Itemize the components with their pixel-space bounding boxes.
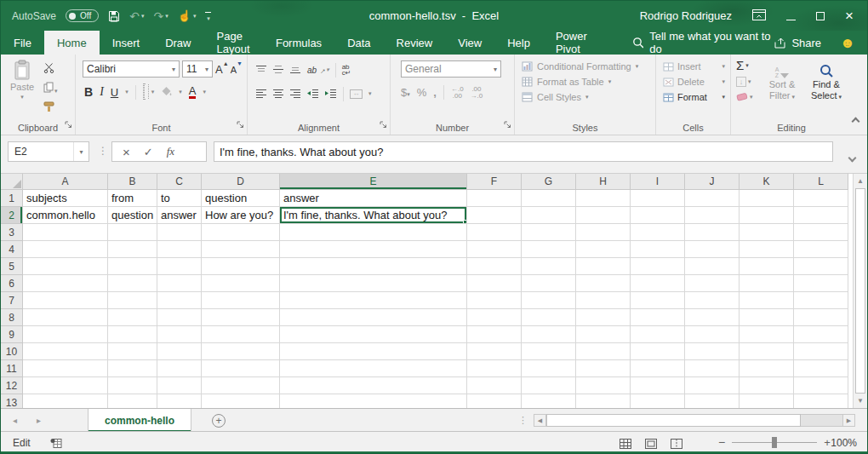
cell-D8[interactable] [202,309,280,326]
increase-decimal-button[interactable]: ←.0.00 [451,86,464,100]
cell-F3[interactable] [467,224,522,241]
decrease-font-size-button[interactable]: A▼ [231,63,242,76]
fill-color-button[interactable] [161,84,172,100]
zoom-in-button[interactable]: + [824,437,831,448]
cell-C9[interactable] [157,326,202,343]
currency-format-button[interactable]: $▾ [401,86,410,99]
cell-F4[interactable] [467,241,522,258]
column-header-H[interactable]: H [576,174,631,190]
percent-format-button[interactable]: % [417,86,427,99]
cell-H8[interactable] [576,309,631,326]
cell-L5[interactable] [794,258,848,275]
cell-K2[interactable] [740,207,794,224]
cell-B10[interactable] [108,343,157,360]
delete-cells-button[interactable]: Delete▾ [663,77,730,87]
cell-F8[interactable] [467,309,522,326]
save-button[interactable] [108,10,120,22]
underline-button[interactable]: U [111,86,118,99]
cell-E8[interactable] [280,309,467,326]
cell-D4[interactable] [202,241,280,258]
touch-mode-dropdown-icon[interactable]: ▾ [193,13,197,20]
minimize-button[interactable] [786,9,796,24]
tab-power-pivot[interactable]: Power Pivot [543,31,600,55]
cell-F6[interactable] [467,275,522,292]
dots-separator[interactable]: ⋮ [98,145,109,157]
cell-H1[interactable] [576,190,631,207]
undo-dropdown-icon[interactable]: ▾ [141,13,145,20]
cell-I2[interactable] [631,207,685,224]
cell-B3[interactable] [108,224,157,241]
cell-C5[interactable] [157,258,202,275]
cell-C12[interactable] [157,377,202,394]
cell-E6[interactable] [280,275,467,292]
cell-D3[interactable] [202,224,280,241]
underline-dropdown-icon[interactable]: ▾ [125,89,128,95]
cell-L6[interactable] [794,275,848,292]
cell-H12[interactable] [576,377,631,394]
column-header-K[interactable]: K [740,174,794,190]
scroll-left-icon[interactable]: ◀ [534,414,546,427]
cell-D7[interactable] [202,292,280,309]
close-button[interactable]: × [845,9,854,23]
tell-me-box[interactable]: Tell me what you want to do [632,31,774,55]
cell-J12[interactable] [685,377,740,394]
horizontal-scroll-thumb[interactable] [546,414,801,427]
paste-dropdown-icon[interactable]: ▾ [20,94,24,101]
cell-I5[interactable] [631,258,685,275]
cell-G2[interactable] [522,207,576,224]
cell-I8[interactable] [631,309,685,326]
cell-E9[interactable] [280,326,467,343]
touch-mode-button[interactable]: ☝▾ [178,9,197,22]
cell-G9[interactable] [522,326,576,343]
cell-J5[interactable] [685,258,740,275]
cell-G11[interactable] [522,360,576,377]
cell-E1[interactable]: answer [280,190,467,207]
row-header-7[interactable]: 7 [1,292,23,309]
tab-home[interactable]: Home [44,31,100,55]
orientation-button[interactable]: ab→▾ [307,66,329,75]
zoom-slider[interactable] [732,442,817,443]
font-color-button[interactable]: A [189,86,197,99]
cell-K12[interactable] [740,377,794,394]
cell-F10[interactable] [467,343,522,360]
cell-C7[interactable] [157,292,202,309]
next-sheet-button[interactable]: ▸ [37,409,41,432]
conditional-formatting-button[interactable]: Conditional Formatting▾ [522,61,655,72]
cell-E11[interactable] [280,360,467,377]
cell-J8[interactable] [685,309,740,326]
vertical-scroll-thumb[interactable] [855,188,865,394]
row-header-9[interactable]: 9 [1,326,23,343]
cell-I12[interactable] [631,377,685,394]
cell-C2[interactable]: answer [157,207,202,224]
tab-data[interactable]: Data [334,31,383,55]
cell-A1[interactable]: subjects [23,190,108,207]
cell-E12[interactable] [280,377,467,394]
cell-H2[interactable] [576,207,631,224]
cell-K5[interactable] [740,258,794,275]
collapse-ribbon-button[interactable] [853,112,859,128]
cell-E10[interactable] [280,343,467,360]
cell-B8[interactable] [108,309,157,326]
cell-I6[interactable] [631,275,685,292]
row-header-8[interactable]: 8 [1,309,23,326]
cell-B12[interactable] [108,377,157,394]
cell-H5[interactable] [576,258,631,275]
number-format-select[interactable]: General▾ [401,60,501,78]
tab-draw[interactable]: Draw [152,31,203,55]
cell-D2[interactable]: How are you? [202,207,280,224]
cell-A2[interactable]: common.hello [23,207,108,224]
cell-A12[interactable] [23,377,108,394]
cell-B6[interactable] [108,275,157,292]
cell-F1[interactable] [467,190,522,207]
cell-J2[interactable] [685,207,740,224]
expand-formula-bar-button[interactable] [849,149,855,164]
row-header-10[interactable]: 10 [1,343,23,360]
font-color-dropdown-icon[interactable]: ▾ [203,89,206,95]
merge-center-button[interactable]: ↔ [350,89,363,99]
scroll-right-icon[interactable]: ▶ [842,414,855,427]
macro-recording-button[interactable] [50,437,62,452]
autosave-toggle[interactable]: Off [66,9,99,22]
cut-button[interactable] [43,61,58,77]
cell-D6[interactable] [202,275,280,292]
merge-dropdown-icon[interactable]: ▾ [368,90,372,97]
